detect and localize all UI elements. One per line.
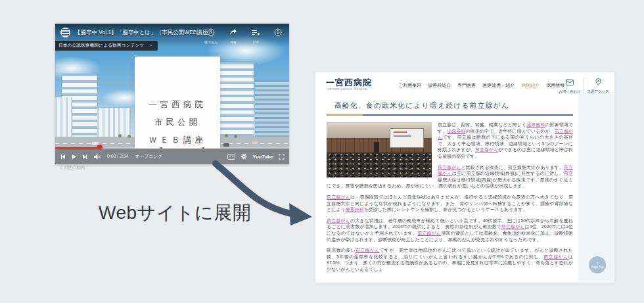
nav-item-departments[interactable]: 診療科紹介: [428, 82, 451, 89]
video-title[interactable]: 【脳卒中 Vol.1】「脳卒中とは」（市民公開WEB講座）: [75, 29, 214, 37]
below-video-text: くの世の動向: [59, 165, 85, 171]
lecture-hall-photo: [327, 122, 432, 177]
article-paragraph: 罹患数の多い前立腺がんですが、死亡率は他部位のがんに比べて低いという統計が出てい…: [327, 247, 573, 272]
article-link[interactable]: 前立腺がん: [417, 231, 441, 235]
site-right-strip: [578, 92, 614, 283]
access-label: 交通アクセス: [587, 89, 609, 94]
next-button[interactable]: [82, 154, 88, 160]
previous-button[interactable]: [60, 154, 66, 160]
article-link[interactable]: 前立腺がん: [356, 248, 380, 252]
share-button[interactable]: 共有: [226, 27, 241, 44]
card-line-public: 市民公開: [135, 114, 220, 131]
publisher-banner[interactable]: 日本の公認医療機関による動画コンテンツ ＞: [55, 41, 158, 51]
card-line-hospital: 一宮西病院: [135, 96, 220, 114]
photo-projection-screen: [390, 128, 424, 148]
info-icon: [274, 27, 282, 39]
watch-later-label: 後で見る: [204, 40, 218, 44]
article-text: 罹患数の多い: [327, 248, 356, 252]
nav-item-referral[interactable]: 医療連携・紹介: [482, 82, 515, 89]
article-link[interactable]: 前立腺がん: [501, 224, 525, 229]
article-text: を受診した際にレントゲンを撮影し、影が見つかるというケースもあります。: [364, 207, 528, 212]
tree: [118, 134, 122, 137]
article-link[interactable]: 前立腺がん: [543, 254, 568, 259]
mute-icon[interactable]: [93, 154, 101, 160]
caption-text: Webサイトに展開: [99, 200, 251, 225]
article-title: 高齢化、食の欧米化により増え続ける前立腺がん: [334, 101, 573, 110]
article-link[interactable]: 泌尿器科: [526, 122, 545, 127]
site-logo-sub: Ichinomiyanishi Hospital: [327, 87, 368, 91]
map-pin-icon: [595, 76, 601, 88]
car: [252, 141, 258, 144]
hospital-website: 一宮西病院 Ichinomiyanishi Hospital ご利用案内 診療科…: [315, 72, 614, 283]
photo-audience: [327, 152, 432, 177]
title-underline: [327, 114, 573, 116]
time-display: 0:08 / 2:34 ・ オープニング: [107, 153, 162, 160]
watch-later-button[interactable]: 後で見る: [204, 27, 218, 44]
play-button[interactable]: [71, 154, 77, 160]
hospital-building-right-glass: [255, 80, 289, 139]
site-contact: お問い合わせ 交通アクセス: [556, 76, 612, 94]
contact-button[interactable]: お問い合わせ: [556, 76, 584, 94]
share-label: 共有: [230, 40, 237, 44]
playlist-index: 1/10: [252, 40, 259, 44]
mail-icon: [566, 76, 574, 88]
article-paragraph: 前立腺がんは、初期段階ではほとんど自覚症状はありませんが、進行すると辺縁領域から…: [327, 194, 573, 213]
article-link[interactable]: 整形外科: [346, 207, 364, 212]
clock-icon: [207, 27, 215, 39]
article-link[interactable]: 前立腺がん: [327, 218, 350, 223]
more-info-button[interactable]: [271, 27, 285, 44]
site-logo[interactable]: 一宮西病院: [326, 78, 372, 87]
share-arrow-icon: [229, 27, 237, 39]
article: 高齢化、食の欧米化により増え続ける前立腺がん 前立腺は、副腎、腎臓、精巣などと同…: [327, 101, 573, 277]
contact-label: お問い合わせ: [559, 89, 581, 94]
article-paragraph: 前立腺がんの大きな特徴は、若年層の罹患率が極めて低いという点です。40代後半、主…: [327, 218, 573, 243]
playlist-icon: [252, 27, 260, 39]
article-text: と比較される疾患に、前立腺肥大症があります。: [461, 165, 564, 170]
youtube-player[interactable]: 一宮西病院 市民公開 ＷＥＢ講座 【脳卒中 Vol.1】「脳卒中とは」（市民公開…: [55, 24, 289, 164]
composite-stage: 一宮西病院 市民公開 ＷＥＢ講座 【脳卒中 Vol.1】「脳卒中とは」（市民公開…: [0, 0, 644, 303]
nav-item-specialist[interactable]: 専門医療: [457, 82, 476, 89]
site-nav: ご利用案内 診療科紹介 専門医療 医療連携・紹介 病院紹介 採用情報: [398, 82, 564, 89]
article-link[interactable]: 泌尿器科: [447, 129, 465, 133]
article-text: の疾患の中で、近年特に増えているのが、: [465, 129, 554, 133]
video-title-card: 一宮西病院 市民公開 ＷＥＢ講座: [135, 57, 220, 149]
hospital-building-left-annex: [55, 97, 72, 139]
article-link[interactable]: 前立腺がん: [438, 165, 461, 170]
hospital-building-left-low: [97, 108, 130, 139]
page-top-button[interactable]: ↑ Page Top: [589, 256, 606, 273]
tree: [225, 134, 228, 137]
article-link[interactable]: 前立腺がん: [475, 147, 498, 152]
tree: [234, 135, 237, 138]
article-body: 前立腺は、副腎、腎臓、精巣などと同じく泌尿器科の対象領域です。泌尿器科の疾患の中…: [327, 122, 573, 272]
site-header: 一宮西病院 Ichinomiyanishi Hospital ご利用案内 診療科…: [315, 72, 614, 95]
nav-item-about[interactable]: 病院紹介: [521, 82, 540, 89]
channel-avatar[interactable]: [60, 28, 70, 37]
playlist-button[interactable]: 1/10: [248, 27, 263, 44]
access-button[interactable]: 交通アクセス: [584, 76, 612, 94]
article-link[interactable]: 前立腺がん: [327, 195, 350, 199]
nav-item-guide[interactable]: ご利用案内: [398, 82, 421, 89]
tree: [127, 135, 131, 138]
hospital-building-right-tower: [219, 62, 254, 139]
article-text: 前立腺は、副腎、腎臓、精巣などと同じく: [438, 122, 526, 127]
page-top-label: Page Top: [591, 266, 604, 269]
